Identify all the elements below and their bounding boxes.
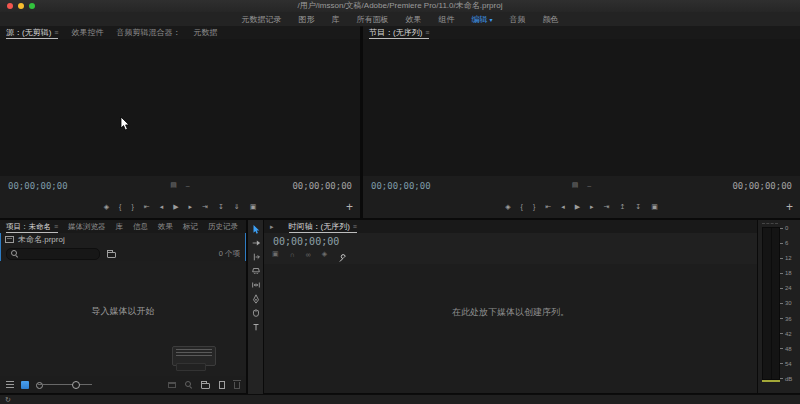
panel-overflow-chevron-icon[interactable]: ▸	[270, 223, 274, 231]
workspace-tab[interactable]: 元数据记录 ▾	[241, 14, 281, 25]
razor-tool[interactable]	[249, 265, 262, 277]
workspace-menu-caret-icon[interactable]: ▾	[489, 16, 492, 23]
panel-tab[interactable]: 效果控件 ≡	[71, 26, 103, 39]
program-duration-timecode: 00;00;00;00	[732, 181, 792, 191]
pen-tool[interactable]	[249, 293, 262, 305]
mark-in-button[interactable]: {	[119, 203, 121, 210]
button-editor-plus-button[interactable]: +	[786, 202, 793, 212]
timeline-timecode[interactable]: 00;00;00;00	[273, 236, 339, 247]
go-to-in-button[interactable]: ⇤	[144, 203, 150, 210]
panel-tab[interactable]: 库 ≡	[116, 220, 124, 233]
timeline-drop-area[interactable]: 在此处放下媒体以创建序列。	[264, 264, 757, 393]
meter-scale-label: 6	[780, 240, 797, 246]
overwrite-button[interactable]: ⇓	[234, 203, 240, 210]
lift-button[interactable]: ↥	[619, 203, 625, 210]
add-marker-button[interactable]: ◈	[104, 203, 109, 210]
workspace-tab[interactable]: 库 ▾	[331, 14, 339, 25]
workspace-tab[interactable]: 音频 ▾	[510, 14, 526, 25]
source-tabstrip: 源：(无剪辑) ≡ 效果控件 ≡ 音频剪辑混合器： ≡ 元数据 ≡	[0, 26, 360, 39]
play-button[interactable]: ▶	[575, 203, 580, 210]
ripple-edit-tool[interactable]	[249, 251, 262, 263]
hand-tool[interactable]	[249, 307, 262, 319]
panel-tab[interactable]: 项目：未命名 ≡	[6, 220, 58, 233]
zoom-slider-thumb[interactable]	[72, 381, 80, 389]
workspace-tab[interactable]: 颜色 ▾	[543, 14, 559, 25]
export-frame-button[interactable]: ▣	[651, 203, 658, 210]
workspace-tab-label: 音频	[510, 14, 526, 25]
find-button[interactable]	[185, 381, 192, 388]
nest-insert-toggle[interactable]: ▣	[272, 250, 279, 258]
zoom-slider[interactable]	[36, 380, 94, 390]
track-select-forward-tool[interactable]	[249, 237, 262, 249]
item-count-label: 0 个项	[219, 249, 240, 259]
add-marker-button[interactable]: ◈	[322, 250, 327, 258]
panel-tab[interactable]: 媒体浏览器 ≡	[68, 220, 106, 233]
create-search-bin-button[interactable]	[107, 250, 116, 258]
timeline-empty-state-text: 在此处放下媒体以创建序列。	[264, 306, 757, 319]
settings-menu-icon[interactable]: ▤	[572, 181, 579, 189]
panel-tab[interactable]: 信息 ≡	[133, 220, 148, 233]
panel-tab[interactable]: 元数据 ≡	[193, 26, 217, 39]
panel-tab-label: 源：(无剪辑)	[6, 27, 51, 38]
type-tool[interactable]	[249, 321, 262, 333]
mark-out-button[interactable]: }	[533, 203, 535, 210]
extract-button[interactable]: ↧	[635, 203, 641, 210]
workspace-tab[interactable]: 所有面板 ▾	[356, 14, 388, 25]
automate-to-sequence-button[interactable]	[168, 381, 176, 388]
workspace-tab[interactable]: 编辑 ▾	[471, 14, 492, 25]
step-forward-button[interactable]: ▸	[590, 203, 594, 210]
insert-button[interactable]: ↧	[218, 203, 224, 210]
panel-tab[interactable]: 源：(无剪辑) ≡	[6, 26, 58, 39]
add-marker-button[interactable]: ◈	[505, 203, 510, 210]
panel-tab[interactable]: 音频剪辑混合器： ≡	[116, 26, 180, 39]
project-content-area[interactable]: 导入媒体以开始	[0, 261, 246, 376]
step-back-button[interactable]: ◂	[561, 203, 565, 210]
panel-tab[interactable]: 节目：(无序列) ≡	[369, 26, 429, 39]
panel-tab[interactable]: 效果 ≡	[158, 220, 173, 233]
step-forward-button[interactable]: ▸	[189, 203, 193, 210]
delete-button[interactable]	[234, 380, 240, 389]
selection-tool[interactable]	[249, 223, 262, 235]
panel-tab-label: 音频剪辑混合器：	[116, 27, 180, 38]
program-current-timecode[interactable]: 00;00;00;00	[371, 181, 431, 191]
minimize-button[interactable]	[18, 3, 24, 9]
mark-out-button[interactable]: }	[131, 203, 133, 210]
sync-status-icon[interactable]: ↻	[5, 396, 11, 404]
search-input[interactable]	[21, 249, 95, 258]
project-icon	[5, 236, 14, 243]
list-view-button[interactable]	[6, 381, 14, 388]
resolution-dropdown[interactable]: –	[186, 182, 190, 189]
panel-tab[interactable]: 历史记录 ≡	[208, 220, 238, 233]
search-box[interactable]	[6, 248, 100, 260]
panel-tab[interactable]: 标记 ≡	[183, 220, 198, 233]
snap-toggle[interactable]: ∩	[290, 251, 295, 258]
new-bin-button[interactable]	[201, 381, 210, 389]
go-to-out-button[interactable]: ⇥	[604, 203, 610, 210]
workspace-tab[interactable]: 图形 ▾	[298, 14, 314, 25]
mark-in-button[interactable]: {	[521, 203, 523, 210]
program-timecode-row: 00;00;00;00 ▤– 00;00;00;00	[363, 176, 800, 194]
settings-menu-icon[interactable]: ▤	[170, 181, 177, 189]
new-item-button[interactable]	[219, 381, 225, 389]
panel-menu-icon[interactable]: ≡	[425, 29, 429, 36]
project-file-name[interactable]: 未命名.prproj	[18, 234, 65, 245]
button-editor-plus-button[interactable]: +	[346, 202, 353, 212]
workspace-tab[interactable]: 效果 ▾	[405, 14, 421, 25]
timeline-tab[interactable]: 时间轴：(无序列) ≡	[289, 220, 357, 233]
panel-menu-icon[interactable]: ≡	[353, 223, 357, 230]
linked-selection-toggle[interactable]: ∞	[306, 251, 311, 258]
go-to-out-button[interactable]: ⇥	[202, 203, 208, 210]
workspace-tab[interactable]: 组件 ▾	[438, 14, 454, 25]
slip-tool[interactable]	[249, 279, 262, 291]
export-frame-button[interactable]: ▣	[250, 203, 257, 210]
play-button[interactable]: ▶	[173, 203, 178, 210]
zoom-button[interactable]	[29, 3, 35, 9]
icon-view-button[interactable]	[21, 381, 29, 389]
resolution-dropdown[interactable]: –	[587, 182, 591, 189]
panel-menu-icon[interactable]: ≡	[54, 223, 58, 230]
go-to-in-button[interactable]: ⇤	[545, 203, 551, 210]
close-button[interactable]	[7, 3, 13, 9]
panel-menu-icon[interactable]: ≡	[54, 29, 58, 36]
step-back-button[interactable]: ◂	[160, 203, 164, 210]
source-current-timecode[interactable]: 00;00;00;00	[8, 181, 68, 191]
